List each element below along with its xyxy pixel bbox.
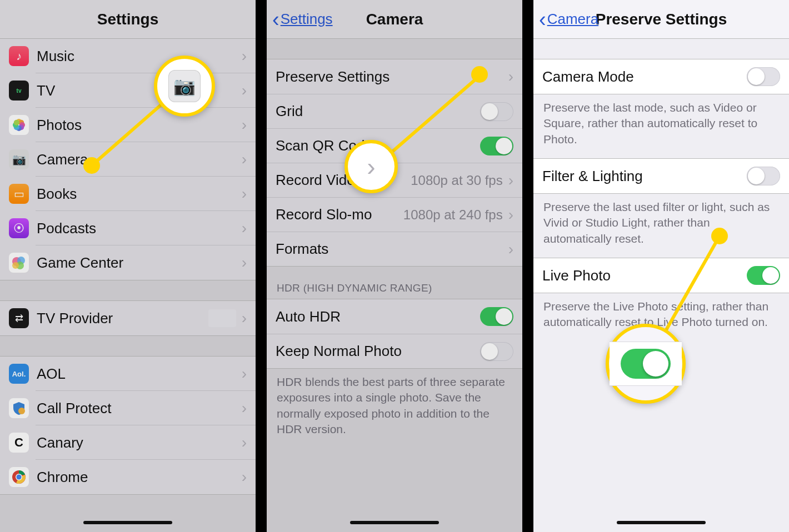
aol-icon: Aol. [9, 364, 29, 384]
annotation-dot [471, 66, 488, 83]
row-camera-mode[interactable]: Camera Mode [533, 59, 789, 94]
back-button[interactable]: ‹ Settings [272, 9, 333, 30]
chevron-right-icon: › [242, 47, 247, 65]
tv-icon: tv [9, 81, 29, 101]
settings-row-tv[interactable]: tv TV › [0, 73, 256, 108]
navbar: ‹ Settings Camera [267, 0, 522, 39]
chevron-right-icon: › [242, 150, 247, 168]
page-title: Settings [97, 11, 158, 28]
gamecenter-icon [9, 253, 29, 273]
row-label: Podcasts [37, 220, 242, 237]
svg-point-11 [12, 262, 19, 269]
tvprovider-logo [208, 309, 236, 327]
row-formats[interactable]: Formats › [267, 232, 522, 266]
settings-screen: Settings ♪ Music › tv TV › Photos › [0, 0, 256, 532]
row-grid[interactable]: Grid [267, 94, 522, 128]
auto-hdr-toggle[interactable] [480, 307, 513, 326]
row-filter-lighting[interactable]: Filter & Lighting [533, 159, 789, 193]
callprotect-icon [9, 398, 29, 418]
settings-row-camera[interactable]: 📷 Camera › [0, 142, 256, 177]
row-auto-hdr[interactable]: Auto HDR [267, 299, 522, 334]
camera-group-hdr: Auto HDR Keep Normal Photo [267, 299, 522, 369]
row-label: Record Slo-mo [276, 206, 403, 223]
chevron-right-icon: › [508, 68, 513, 86]
chevron-right-icon: › [242, 434, 247, 451]
annotation-dot [83, 157, 100, 174]
podcasts-icon: ⦿ [9, 218, 29, 238]
preserve-settings-screen: ‹ Camera Preserve Settings Camera Mode P… [533, 0, 789, 532]
row-label: AOL [37, 365, 242, 383]
chevron-right-icon: › [242, 399, 247, 417]
row-label: Chrome [37, 469, 242, 486]
row-label: Camera [37, 151, 242, 168]
row-label: Photos [37, 117, 242, 134]
chevron-right-icon: › [242, 254, 247, 272]
books-icon: ▭ [9, 184, 29, 204]
row-label: Auto HDR [276, 308, 480, 325]
settings-row-callprotect[interactable]: Call Protect › [0, 391, 256, 425]
home-indicator[interactable] [83, 521, 172, 524]
row-label: Keep Normal Photo [276, 343, 480, 360]
preserve-group-livephoto: Live Photo [533, 258, 789, 293]
music-icon: ♪ [9, 46, 29, 66]
settings-row-canary[interactable]: C Canary › [0, 425, 256, 460]
chevron-right-icon: › [508, 172, 513, 189]
keep-normal-toggle[interactable] [480, 342, 513, 361]
chevron-right-icon: › [242, 116, 247, 134]
home-indicator[interactable] [617, 521, 706, 524]
settings-row-music[interactable]: ♪ Music › [0, 39, 256, 73]
scan-qr-toggle[interactable] [480, 137, 513, 155]
settings-row-chrome[interactable]: Chrome › [0, 460, 256, 494]
row-label: Filter & Lighting [542, 168, 747, 185]
annotation-callout-chevron: › [344, 140, 398, 193]
settings-row-tvprovider[interactable]: ⇄ TV Provider › [0, 301, 256, 335]
settings-group-thirdparty: Aol. AOL › Call Protect › C Canary › Chr… [0, 356, 256, 495]
back-label: Settings [281, 11, 333, 28]
chevron-right-icon: › [242, 185, 247, 203]
section-footer: Preserve the last used filter or light, … [533, 194, 789, 247]
photos-icon [9, 115, 29, 135]
navbar: Settings [0, 0, 256, 39]
page-title: Preserve Settings [596, 11, 727, 28]
annotation-callout-camera: 📷 [154, 56, 215, 117]
camera-settings-screen: ‹ Settings Camera Preserve Settings › Gr… [267, 0, 522, 532]
back-button[interactable]: ‹ Camera [539, 9, 598, 30]
settings-row-podcasts[interactable]: ⦿ Podcasts › [0, 211, 256, 245]
svg-point-12 [18, 408, 25, 414]
page-title: Camera [366, 11, 423, 28]
chevron-right-icon: › [242, 468, 247, 486]
row-live-photo[interactable]: Live Photo [533, 258, 789, 293]
row-label: Live Photo [542, 267, 747, 284]
navbar: ‹ Camera Preserve Settings [533, 0, 789, 39]
section-footer: Preserve the Live Photo setting, rather … [533, 293, 789, 330]
section-header: HDR (HIGH DYNAMIC RANGE) [267, 267, 522, 299]
settings-row-books[interactable]: ▭ Books › [0, 177, 256, 211]
settings-row-aol[interactable]: Aol. AOL › [0, 357, 256, 391]
chevron-right-icon: › [242, 82, 247, 99]
chevron-left-icon: ‹ [539, 9, 546, 30]
row-label: Camera Mode [542, 68, 747, 86]
annotation-callout-toggle [606, 324, 686, 404]
chrome-icon [9, 467, 29, 487]
annotation-dot [711, 228, 728, 244]
home-indicator[interactable] [350, 521, 439, 524]
live-photo-toggle[interactable] [747, 266, 780, 285]
row-record-slomo[interactable]: Record Slo-mo 1080p at 240 fps › [267, 197, 522, 232]
row-label: Call Protect [37, 400, 242, 417]
filter-lighting-toggle[interactable] [747, 167, 780, 185]
grid-toggle[interactable] [480, 102, 513, 121]
preserve-group-filter: Filter & Lighting [533, 158, 789, 194]
chevron-right-icon: › [242, 309, 247, 327]
camera-mode-toggle[interactable] [747, 67, 780, 86]
row-label: Game Center [37, 254, 242, 272]
chevron-right-icon: › [508, 206, 513, 224]
settings-row-photos[interactable]: Photos › [0, 108, 256, 142]
section-footer: HDR blends the best parts of three separ… [267, 369, 522, 437]
canary-icon: C [9, 433, 29, 453]
tvprovider-icon: ⇄ [9, 308, 29, 328]
row-keep-normal[interactable]: Keep Normal Photo [267, 334, 522, 368]
settings-row-gamecenter[interactable]: Game Center › [0, 245, 256, 280]
settings-group-tvprovider: ⇄ TV Provider › [0, 300, 256, 336]
back-label: Camera [547, 11, 598, 28]
row-label: Canary [37, 434, 242, 451]
